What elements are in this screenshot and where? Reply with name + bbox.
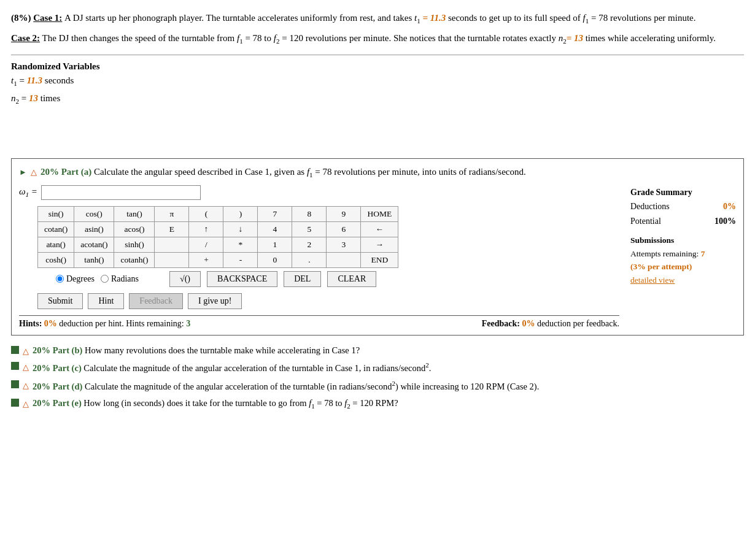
part-a-header: ► △ 20% Part (a) Calculate the angular s… bbox=[19, 165, 736, 180]
part-a-body: ω1 = sin() cos() tan() π ( ) bbox=[19, 185, 736, 329]
potential-label: Potential bbox=[630, 214, 661, 229]
part-a-left: ω1 = sin() cos() tan() π ( ) bbox=[19, 185, 619, 329]
calc-cos[interactable]: cos() bbox=[74, 206, 114, 221]
calc-asin[interactable]: asin() bbox=[74, 221, 114, 237]
calc-cosh[interactable]: cosh() bbox=[38, 252, 74, 267]
case1-suffix: seconds to get up to its full speed of f… bbox=[446, 13, 695, 23]
sqrt-btn[interactable]: √() bbox=[169, 271, 201, 287]
grade-summary-title: Grade Summary bbox=[630, 185, 736, 200]
part-d-icon bbox=[11, 380, 19, 388]
radians-radio[interactable] bbox=[101, 275, 109, 283]
randomized-variables-section: Randomized Variables t1 = 11.3 seconds n… bbox=[11, 61, 744, 107]
feedback-pct: 0% bbox=[522, 319, 535, 328]
part-b-warning: △ bbox=[23, 345, 29, 358]
case2-label: Case 2: bbox=[11, 33, 40, 43]
calc-atan[interactable]: atan() bbox=[38, 237, 74, 252]
part-b-text: 20% Part (b) How many revolutions does t… bbox=[33, 344, 360, 358]
part-b-icon bbox=[11, 346, 19, 354]
grade-summary: Grade Summary Deductions 0% Potential 10… bbox=[619, 185, 736, 329]
calc-acos[interactable]: acos() bbox=[114, 221, 155, 237]
feedback-button[interactable]: Feedback bbox=[129, 293, 183, 309]
del-btn[interactable]: DEL bbox=[284, 271, 321, 287]
part-e-icon bbox=[11, 399, 19, 407]
calc-multiply[interactable]: * bbox=[223, 237, 258, 252]
calc-4[interactable]: 4 bbox=[258, 221, 292, 237]
calc-9[interactable]: 9 bbox=[327, 206, 361, 221]
calc-divide[interactable]: / bbox=[189, 237, 223, 252]
calc-5[interactable]: 5 bbox=[292, 221, 327, 237]
spacer bbox=[11, 110, 744, 147]
calc-7[interactable]: 7 bbox=[258, 206, 292, 221]
case1-text: A DJ starts up her phonograph player. Th… bbox=[64, 13, 422, 23]
calc-sin[interactable]: sin() bbox=[38, 206, 74, 221]
attempts-label: Attempts remaining: bbox=[630, 249, 701, 258]
calc-pi[interactable]: π bbox=[155, 206, 189, 221]
attempts-row: Attempts remaining: 7 bbox=[630, 247, 736, 261]
calc-1[interactable]: 1 bbox=[258, 237, 292, 252]
igiveup-button[interactable]: I give up! bbox=[188, 293, 242, 309]
clear-btn[interactable]: CLEAR bbox=[327, 271, 376, 287]
calc-dot[interactable]: . bbox=[292, 252, 327, 267]
calc-cotan[interactable]: cotan() bbox=[38, 221, 74, 237]
part-e-text: 20% Part (e) How long (in seconds) does … bbox=[33, 397, 398, 411]
part-c-warning: △ bbox=[23, 361, 29, 374]
calc-sinh[interactable]: sinh() bbox=[114, 237, 155, 252]
calc-3[interactable]: 3 bbox=[327, 237, 361, 252]
n2-val: = 13 bbox=[567, 33, 583, 43]
backspace-btn[interactable]: BACKSPACE bbox=[207, 271, 277, 287]
calc-empty3 bbox=[327, 252, 361, 267]
radians-option[interactable]: Radians bbox=[101, 274, 139, 284]
divider-1 bbox=[11, 55, 744, 55]
calc-e[interactable]: E bbox=[155, 221, 189, 237]
hint-button[interactable]: Hint bbox=[88, 293, 124, 309]
calc-acotan[interactable]: acotan() bbox=[74, 237, 114, 252]
calc-right[interactable]: → bbox=[361, 237, 398, 252]
submissions-title: Submissions bbox=[630, 234, 736, 247]
per-attempt-text: (3% per attempt) bbox=[630, 262, 692, 271]
submit-button[interactable]: Submit bbox=[37, 293, 83, 309]
detailed-view[interactable]: detailed view bbox=[630, 274, 736, 287]
calc-2[interactable]: 2 bbox=[292, 237, 327, 252]
calc-0[interactable]: 0 bbox=[258, 252, 292, 267]
calc-lparen[interactable]: ( bbox=[189, 206, 223, 221]
warning-icon: △ bbox=[31, 166, 37, 178]
calc-plus[interactable]: + bbox=[189, 252, 223, 267]
calc-6[interactable]: 6 bbox=[327, 221, 361, 237]
calc-cotanh[interactable]: cotanh() bbox=[114, 252, 155, 267]
degrees-option[interactable]: Degrees bbox=[56, 274, 95, 284]
part-c-row: △ 20% Part (c) Calculate the magnitude o… bbox=[11, 360, 744, 375]
hints-row: Hints: 0% deduction per hint. Hints rema… bbox=[19, 315, 619, 329]
calc-empty2 bbox=[155, 252, 189, 267]
part-e-row: △ 20% Part (e) How long (in seconds) doe… bbox=[11, 397, 744, 411]
rand-n2: n2 = 13 times bbox=[11, 91, 744, 107]
calc-rparen[interactable]: ) bbox=[223, 206, 258, 221]
detailed-link[interactable]: detailed view bbox=[630, 275, 675, 285]
submissions-box: Submissions Attempts remaining: 7 (3% pe… bbox=[630, 234, 736, 286]
calc-minus[interactable]: - bbox=[223, 252, 258, 267]
omega-input-row: ω1 = bbox=[19, 185, 619, 200]
case2-text: The DJ then changes the speed of the tur… bbox=[42, 33, 567, 43]
part-d-row: △ 20% Part (d) Calculate the magnitude o… bbox=[11, 378, 744, 394]
hints-text: deduction per hint. Hints remaining: bbox=[57, 319, 186, 328]
part-c-icon bbox=[11, 362, 19, 370]
part-d-warning: △ bbox=[23, 380, 29, 392]
calc-down[interactable]: ↓ bbox=[223, 221, 258, 237]
action-buttons: Submit Hint Feedback I give up! bbox=[37, 293, 619, 309]
part-c-text: 20% Part (c) Calculate the magnitude of … bbox=[33, 360, 431, 375]
case1-label: Case 1: bbox=[33, 13, 62, 23]
calc-up[interactable]: ↑ bbox=[189, 221, 223, 237]
calc-tan[interactable]: tan() bbox=[114, 206, 155, 221]
potential-val: 100% bbox=[714, 214, 736, 229]
play-icon: ► bbox=[19, 166, 27, 178]
calc-tanh[interactable]: tanh() bbox=[74, 252, 114, 267]
t1-val: = 11.3 bbox=[422, 13, 446, 23]
calc-end[interactable]: END bbox=[361, 252, 398, 267]
calc-left[interactable]: ← bbox=[361, 221, 398, 237]
per-attempt: (3% per attempt) bbox=[630, 260, 736, 274]
hints-left: Hints: 0% deduction per hint. Hints rema… bbox=[19, 319, 190, 329]
degrees-radio[interactable] bbox=[56, 275, 64, 283]
calc-8[interactable]: 8 bbox=[292, 206, 327, 221]
deductions-row: Deductions 0% bbox=[630, 199, 736, 214]
calc-home[interactable]: HOME bbox=[361, 206, 398, 221]
omega-input[interactable] bbox=[41, 185, 201, 200]
